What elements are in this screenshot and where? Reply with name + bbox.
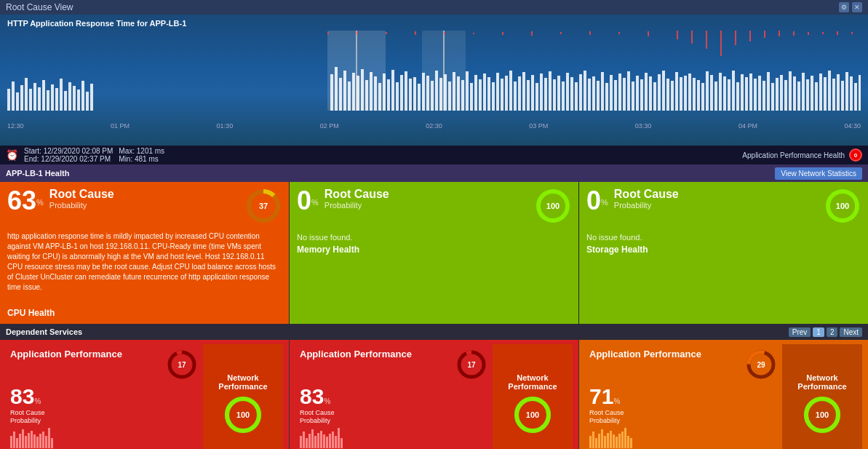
ws04-app-perf: Application Performance: [300, 349, 412, 360]
chart-end-info: End: 12/29/2020 02:37 PM: [24, 155, 113, 163]
storage-donut-svg: 100: [824, 188, 861, 224]
close-icon[interactable]: ✕: [852, 2, 862, 12]
svg-rect-14: [618, 32, 620, 34]
cpu-percent-block: 63%: [7, 188, 44, 214]
memory-health-card: 0% Root Cause Probability 100 No issue f…: [290, 182, 578, 324]
svg-rect-74: [439, 78, 442, 111]
svg-rect-18: [706, 31, 707, 49]
svg-text:17: 17: [178, 361, 186, 369]
svg-rect-99: [549, 71, 552, 111]
svg-rect-20: [735, 31, 736, 45]
page-1-button[interactable]: 1: [813, 327, 824, 337]
svg-rect-4: [327, 32, 329, 34]
svg-rect-117: [627, 71, 630, 111]
svg-rect-121: [645, 73, 648, 111]
svg-rect-147: [758, 76, 761, 111]
chart-date-info: Start: 12/29/2020 02:08 PM End: 12/29/20…: [24, 147, 113, 163]
svg-rect-109: [592, 76, 595, 111]
title-bar-label: Root Cause View: [6, 2, 73, 12]
svg-rect-156: [797, 82, 800, 111]
svg-rect-166: [841, 81, 844, 111]
dependent-services-title: Dependent Services: [6, 327, 82, 336]
svg-rect-103: [566, 73, 569, 111]
svg-rect-35: [33, 83, 36, 111]
svg-rect-125: [662, 71, 665, 111]
time-label-0330: 03:30: [635, 122, 652, 130]
ws02-net-label: Network Performance: [787, 373, 858, 391]
svg-rect-39: [51, 84, 54, 111]
svg-rect-123: [653, 82, 656, 111]
cpu-label-title: Root Cause: [49, 188, 114, 201]
memory-donut: 100: [535, 188, 571, 227]
ws03-mini-bars: [10, 428, 199, 448]
svg-rect-86: [492, 82, 495, 111]
view-network-statistics-button[interactable]: View Network Statistics: [775, 167, 862, 180]
svg-rect-134: [701, 83, 704, 111]
svg-text:100: 100: [525, 410, 538, 419]
svg-rect-6: [386, 32, 387, 34]
svg-rect-132: [693, 78, 696, 111]
svg-rect-143: [741, 74, 744, 111]
svg-rect-33: [25, 78, 28, 111]
svg-rect-71: [426, 76, 429, 111]
svg-rect-144: [745, 77, 748, 111]
page-2-button[interactable]: 2: [827, 327, 838, 337]
ws02-root-cause: 71%: [589, 384, 778, 409]
webserver02-left: Application Performance 29 71% Root Caus…: [585, 344, 782, 449]
svg-rect-164: [832, 79, 835, 111]
ws04-net-label: Network Performance: [497, 373, 568, 391]
svg-rect-170: [859, 75, 861, 111]
svg-rect-90: [509, 71, 512, 111]
svg-rect-135: [706, 71, 709, 111]
clock-icon: ⏰: [6, 149, 18, 161]
svg-rect-75: [444, 74, 447, 111]
svg-rect-67: [409, 79, 412, 111]
webserver03-left: Application Performance 17 83% Root Caus…: [6, 344, 203, 449]
memory-label-title: Root Cause: [324, 188, 389, 201]
svg-rect-124: [658, 74, 661, 111]
svg-rect-50: [335, 67, 338, 111]
svg-rect-12: [560, 32, 562, 34]
next-page-button[interactable]: Next: [840, 327, 862, 337]
svg-rect-10: [502, 32, 503, 35]
storage-no-issue: No issue found.: [586, 233, 861, 242]
svg-rect-26: [822, 32, 824, 34]
svg-rect-28: [851, 32, 853, 34]
time-label-0100: 01 PM: [111, 122, 130, 130]
svg-rect-59: [374, 76, 377, 111]
svg-rect-127: [671, 81, 674, 111]
health-badge: 0: [849, 148, 862, 162]
prev-page-button[interactable]: Prev: [789, 327, 811, 337]
svg-rect-27: [837, 31, 838, 35]
svg-rect-93: [522, 72, 525, 111]
ws03-top-row: Application Performance 17: [10, 349, 199, 381]
svg-rect-168: [850, 76, 853, 111]
title-bar: Root Cause View ⚙ ✕: [0, 0, 868, 15]
settings-icon[interactable]: ⚙: [839, 2, 849, 12]
svg-rect-21: [749, 31, 751, 41]
svg-rect-16: [677, 31, 678, 39]
svg-rect-88: [501, 79, 503, 111]
chart-max-info: Max: 1201 ms: [119, 147, 164, 155]
svg-rect-126: [666, 79, 669, 111]
ws03-net-donut: 100: [223, 395, 263, 435]
memory-percent-block: 0%: [297, 188, 319, 214]
chart-min-info: Min: 481 ms: [119, 155, 164, 163]
svg-rect-84: [483, 73, 486, 111]
svg-rect-140: [728, 79, 730, 111]
svg-rect-72: [431, 81, 434, 111]
ws03-net-label: Network Performance: [207, 373, 279, 391]
storage-card-footer: Storage Health: [586, 245, 861, 255]
ws04-net-donut: 100: [513, 395, 553, 435]
ws02-right: Network Performance 100: [782, 344, 862, 449]
svg-rect-101: [557, 76, 560, 111]
svg-rect-148: [763, 81, 765, 111]
webserver03-card: Application Performance 17 83% Root Caus…: [0, 340, 289, 449]
ws04-root-label: Root CauseProbability: [300, 409, 488, 425]
svg-rect-8: [444, 32, 445, 34]
svg-rect-133: [697, 80, 700, 111]
chart-container: 12:30 01 PM 01:30 02 PM 02:30 03 PM 03:3…: [7, 31, 861, 125]
svg-rect-102: [562, 82, 565, 111]
storage-card-label: Root Cause Probability: [614, 188, 679, 210]
svg-rect-51: [339, 78, 342, 111]
